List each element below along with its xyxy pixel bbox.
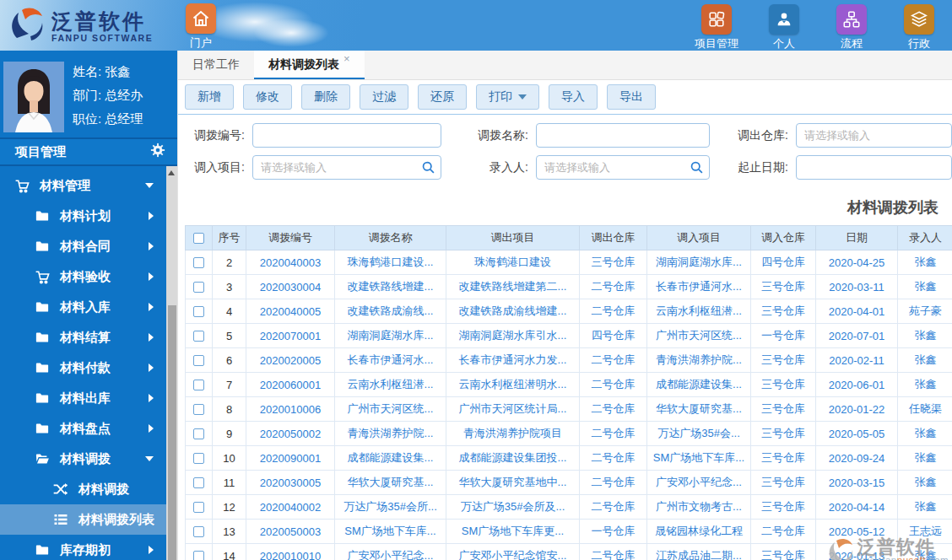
cell-link[interactable]: 湖南洞庭湖水库... bbox=[647, 250, 751, 275]
cell-link[interactable]: 三号仓库 bbox=[580, 250, 647, 275]
cell-link[interactable]: 三号仓库 bbox=[751, 275, 816, 299]
toolbar-button[interactable]: 修改 bbox=[243, 84, 292, 110]
cell-link[interactable]: 2020-04-25 bbox=[816, 250, 898, 275]
cell-link[interactable]: 二号仓库 bbox=[580, 275, 647, 299]
cell-link[interactable]: 苑子豪 bbox=[898, 299, 952, 324]
cell-link[interactable]: 二号仓库 bbox=[580, 471, 647, 495]
search-icon[interactable] bbox=[421, 160, 435, 178]
cell-link[interactable]: 王志远 bbox=[898, 520, 952, 544]
cell-link[interactable]: 长春市伊通河水... bbox=[647, 275, 751, 299]
cell-link[interactable]: 2020-02-11 bbox=[816, 348, 898, 373]
sidebar-item[interactable]: 材料调拨 bbox=[0, 474, 166, 504]
row-checkbox[interactable] bbox=[193, 306, 204, 317]
cell-link[interactable]: 张鑫 bbox=[898, 544, 952, 560]
cell-link[interactable]: 青海洪湖养护院项目 bbox=[446, 422, 580, 446]
layers-icon[interactable] bbox=[904, 4, 934, 35]
module-bar[interactable]: 项目管理 bbox=[0, 137, 177, 166]
cell-link[interactable]: SM广场地下车库... bbox=[647, 446, 751, 471]
row-checkbox[interactable] bbox=[193, 551, 204, 560]
cell-link[interactable]: 云南水利枢纽潜... bbox=[647, 299, 751, 324]
row-checkbox[interactable] bbox=[193, 477, 204, 488]
cell-link[interactable]: 云南水利枢纽潜明水... bbox=[446, 373, 580, 397]
column-header[interactable]: 调入项目 bbox=[647, 226, 751, 250]
cell-link[interactable]: 张鑫 bbox=[898, 373, 952, 397]
nav-admin[interactable]: 行政 bbox=[896, 4, 942, 51]
cell-link[interactable]: 三号仓库 bbox=[751, 544, 816, 560]
sidebar-item[interactable]: 材料合同 bbox=[0, 231, 166, 261]
cell-link[interactable]: 广州市天河区统计局... bbox=[446, 397, 580, 422]
cell-link[interactable]: 一号仓库 bbox=[580, 520, 647, 544]
cell-link[interactable]: 2020040005 bbox=[246, 299, 335, 324]
toolbar-button[interactable]: 导入 bbox=[549, 84, 598, 110]
filter-input[interactable] bbox=[536, 123, 710, 148]
sidebar-item[interactable]: 库存期初 bbox=[0, 535, 166, 560]
column-header[interactable]: 日期 bbox=[816, 226, 898, 250]
cell-link[interactable]: 万达广场35#会... bbox=[647, 422, 751, 446]
cell-link[interactable]: 2020030005 bbox=[246, 471, 335, 495]
cell-link[interactable]: 张鑫 bbox=[898, 324, 952, 348]
cell-link[interactable]: 改建铁路成渝线... bbox=[335, 299, 446, 324]
cell-link[interactable]: 江苏成品油二期... bbox=[647, 544, 751, 560]
portal-button[interactable]: 门户 bbox=[184, 3, 218, 51]
sidebar-item[interactable]: 材料盘点 bbox=[0, 413, 166, 444]
cell-link[interactable]: 2020090001 bbox=[246, 446, 335, 471]
row-checkbox[interactable] bbox=[193, 282, 204, 293]
column-header[interactable]: 调出仓库 bbox=[580, 226, 647, 250]
cell-link[interactable]: 华软大厦研究基... bbox=[647, 397, 751, 422]
sidebar-item[interactable]: 材料出库 bbox=[0, 383, 166, 413]
sidebar-item[interactable]: 材料结算 bbox=[0, 322, 166, 353]
cell-link[interactable]: 广安邓小平纪念馆安... bbox=[446, 544, 580, 560]
cell-link[interactable]: 张鑫 bbox=[898, 250, 952, 275]
cell-link[interactable]: 华软大厦研究基地中... bbox=[446, 471, 580, 495]
cell-link[interactable]: 长春市伊通河水力发... bbox=[446, 348, 580, 373]
row-checkbox[interactable] bbox=[193, 257, 204, 268]
cell-link[interactable]: 2020-03-11 bbox=[816, 275, 898, 299]
cell-link[interactable]: 2020-01-13 bbox=[816, 544, 898, 560]
close-icon[interactable]: × bbox=[343, 52, 350, 65]
cell-link[interactable]: 广州市天河区统... bbox=[335, 397, 446, 422]
column-header[interactable]: 调出项目 bbox=[446, 226, 580, 250]
cell-link[interactable]: 张鑫 bbox=[898, 275, 952, 299]
select-all-checkbox[interactable] bbox=[193, 233, 204, 244]
person-icon[interactable] bbox=[769, 4, 799, 35]
cell-link[interactable]: 2020-07-01 bbox=[816, 324, 898, 348]
cell-link[interactable]: 二号仓库 bbox=[580, 348, 647, 373]
cell-link[interactable]: 张鑫 bbox=[898, 422, 952, 446]
column-header[interactable]: 调拨名称 bbox=[335, 226, 446, 250]
nav-project[interactable]: 项目管理 bbox=[694, 4, 739, 51]
sidebar-item[interactable]: 材料调拨 bbox=[0, 444, 166, 474]
cell-link[interactable]: 万达广场35#会所... bbox=[335, 495, 446, 520]
cell-link[interactable]: 改建铁路线增建... bbox=[335, 275, 446, 299]
cell-link[interactable]: 二号仓库 bbox=[580, 446, 647, 471]
cell-link[interactable]: 青海洪湖养护院... bbox=[335, 422, 446, 446]
cell-link[interactable]: 2020010010 bbox=[246, 544, 335, 560]
toolbar-button[interactable]: 删除 bbox=[301, 84, 350, 110]
filter-input[interactable] bbox=[796, 155, 952, 180]
cell-link[interactable]: 云南水利枢纽潜... bbox=[335, 373, 446, 397]
cell-link[interactable]: 三号仓库 bbox=[751, 348, 816, 373]
row-checkbox[interactable] bbox=[193, 331, 204, 342]
cell-link[interactable]: 华软大厦研究基... bbox=[335, 471, 446, 495]
column-header[interactable]: 序号 bbox=[213, 226, 246, 250]
cell-link[interactable]: 2020-06-01 bbox=[816, 373, 898, 397]
sidebar-item[interactable]: 材料付款 bbox=[0, 353, 166, 383]
cell-link[interactable]: 张鑫 bbox=[898, 446, 952, 471]
filter-input[interactable] bbox=[536, 155, 710, 180]
cell-link[interactable]: 任晓渠 bbox=[898, 397, 952, 422]
cell-link[interactable]: 2020-09-24 bbox=[816, 446, 898, 471]
sidebar-scrollbar[interactable] bbox=[166, 166, 177, 560]
grid-icon[interactable] bbox=[701, 4, 732, 35]
cell-link[interactable]: 2020010006 bbox=[246, 397, 335, 422]
cell-link[interactable]: 湖南洞庭湖水库... bbox=[335, 324, 446, 348]
cell-link[interactable]: 2020-04-14 bbox=[816, 495, 898, 520]
home-icon[interactable] bbox=[186, 3, 216, 34]
column-header[interactable]: 录入人 bbox=[898, 226, 952, 250]
nav-personal[interactable]: 个人 bbox=[761, 4, 807, 51]
cell-link[interactable]: 2020-01-22 bbox=[816, 397, 898, 422]
cell-link[interactable]: 张鑫 bbox=[898, 495, 952, 520]
cell-link[interactable]: 2020-05-05 bbox=[816, 422, 898, 446]
row-checkbox[interactable] bbox=[193, 428, 204, 439]
cell-link[interactable]: 广州市文物考古... bbox=[647, 495, 751, 520]
cell-link[interactable]: 2020-03-15 bbox=[816, 471, 898, 495]
sidebar-item[interactable]: 材料调拨列表 bbox=[0, 504, 166, 535]
